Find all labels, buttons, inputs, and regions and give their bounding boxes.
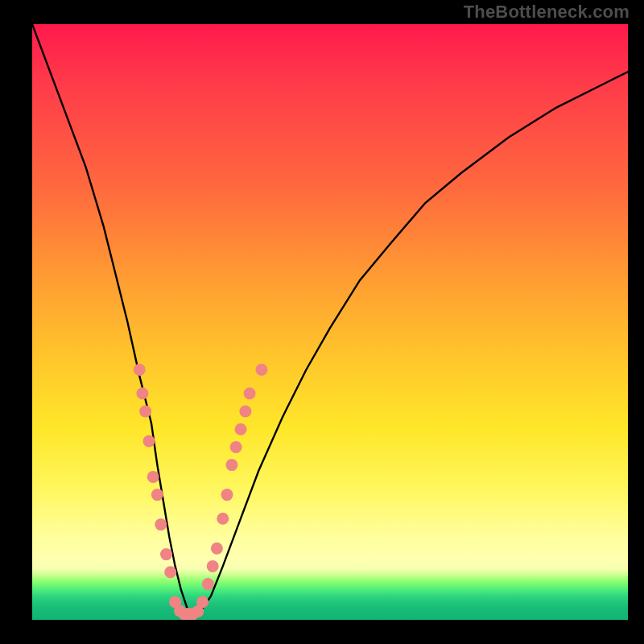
marker-dot [196, 596, 208, 608]
marker-dot [143, 436, 155, 448]
marker-dot [211, 543, 223, 555]
marker-dot [202, 578, 214, 590]
marker-dot [235, 423, 247, 436]
marker-dot [160, 548, 172, 560]
marker-dot [147, 471, 159, 483]
marker-dot [139, 406, 151, 418]
marker-dot [134, 364, 146, 376]
marker-dot [239, 406, 251, 418]
marker-dot [225, 459, 237, 471]
marker-dot [217, 513, 229, 525]
marker-dot [151, 489, 163, 501]
marker-dot [207, 560, 219, 572]
marker-dot [255, 364, 267, 376]
bottleneck-curve [32, 24, 628, 614]
chart-svg [32, 24, 628, 620]
marker-dot [221, 489, 233, 501]
plot-area [32, 24, 628, 620]
marker-dot [136, 387, 148, 399]
chart-frame: TheBottleneck.com [0, 0, 644, 644]
watermark-text: TheBottleneck.com [464, 3, 630, 21]
marker-dot [164, 566, 176, 578]
marker-dot [244, 387, 256, 399]
marker-dot [155, 518, 167, 530]
marker-dot [230, 441, 242, 453]
curve-markers [134, 364, 268, 620]
